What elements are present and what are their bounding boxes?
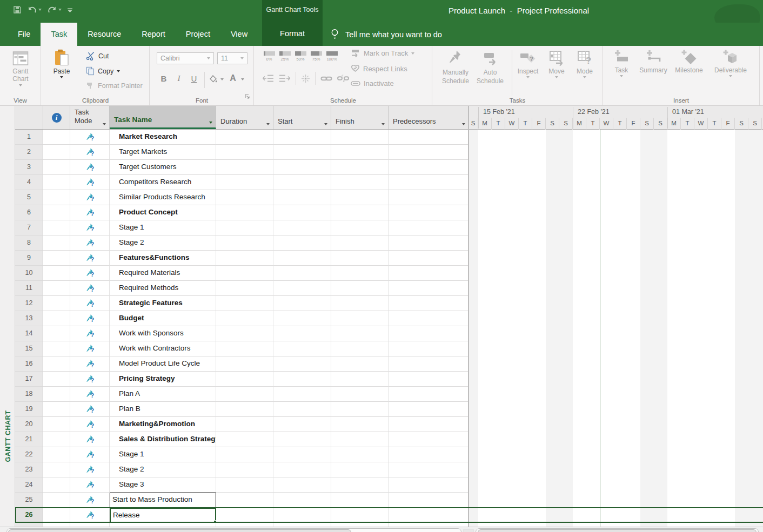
finish-cell[interactable] [331, 145, 389, 160]
start-cell[interactable] [273, 130, 331, 145]
insert-task-button[interactable]: Task [608, 49, 634, 77]
task-name-cell[interactable]: Product Concept [110, 205, 216, 220]
start-cell[interactable] [273, 296, 331, 311]
row-info-cell[interactable] [43, 432, 70, 447]
row-info-cell[interactable] [43, 175, 70, 190]
bold-button[interactable]: B [158, 74, 170, 83]
finish-cell[interactable] [331, 175, 389, 190]
respect-links-button[interactable]: Respect Links [351, 64, 407, 73]
row-number[interactable]: 17 [15, 372, 43, 387]
row-info-cell[interactable] [43, 372, 70, 387]
task-mode-cell[interactable]: ? [70, 341, 110, 356]
row-info-cell[interactable] [43, 251, 70, 266]
start-cell[interactable] [273, 372, 331, 387]
header-duration[interactable]: Duration [216, 106, 273, 129]
finish-cell[interactable] [331, 462, 389, 477]
duration-cell[interactable] [216, 190, 273, 205]
task-mode-cell[interactable]: ? [70, 462, 110, 477]
start-cell[interactable] [273, 205, 331, 220]
predecessors-cell[interactable] [389, 251, 468, 266]
task-name-cell[interactable]: Competitors Research [110, 175, 216, 190]
predecessors-cell[interactable] [389, 160, 468, 175]
predecessors-filter-icon[interactable] [462, 123, 465, 125]
task-mode-cell[interactable]: ? [70, 387, 110, 402]
mark-on-track-button[interactable]: Mark on Track [351, 49, 414, 57]
start-cell[interactable] [273, 251, 331, 266]
pane-split-handle[interactable] [464, 529, 473, 532]
task-name-cell[interactable]: Stage 1 [110, 447, 216, 462]
paste-button[interactable]: Paste [49, 49, 74, 78]
predecessors-cell[interactable] [389, 493, 468, 508]
task-mode-cell[interactable]: ? [70, 160, 110, 175]
predecessors-cell[interactable] [389, 523, 468, 527]
task-name-cell[interactable]: Start to Mass Production [110, 493, 216, 508]
row-number[interactable]: 8 [15, 235, 43, 251]
finish-cell[interactable] [331, 205, 389, 220]
background-color-dropdown[interactable] [220, 78, 224, 80]
row-number[interactable]: 22 [15, 447, 43, 462]
row-info-cell[interactable] [43, 462, 70, 477]
row-number[interactable]: 18 [15, 387, 43, 402]
header-info[interactable]: i [43, 106, 70, 129]
percent-0-button[interactable]: 0% [262, 51, 276, 62]
task-name-cell[interactable]: Target Markets [110, 145, 216, 160]
row-info-cell[interactable] [43, 266, 70, 281]
task-mode-cell[interactable]: ? [70, 508, 110, 523]
task-name-cell[interactable]: Stage 2 [110, 462, 216, 477]
task-name-cell[interactable]: Work with Contractors [110, 341, 216, 356]
row-number[interactable]: 20 [15, 417, 43, 432]
predecessors-cell[interactable] [389, 190, 468, 205]
save-icon[interactable] [13, 5, 22, 14]
task-mode-filter-icon[interactable] [103, 123, 106, 125]
task-mode-cell[interactable]: ? [70, 175, 110, 190]
redo-icon[interactable] [47, 5, 62, 14]
duration-cell[interactable] [216, 220, 273, 235]
duration-cell[interactable] [216, 523, 273, 527]
finish-cell[interactable] [331, 493, 389, 508]
row-info-cell[interactable] [43, 281, 70, 296]
finish-filter-icon[interactable] [382, 123, 385, 125]
duration-cell[interactable] [216, 160, 273, 175]
row-info-cell[interactable] [43, 130, 70, 145]
predecessors-cell[interactable] [389, 205, 468, 220]
task-name-cell[interactable]: Plan A [110, 387, 216, 402]
finish-cell[interactable] [331, 508, 389, 523]
start-cell[interactable] [273, 145, 331, 160]
task-mode-cell[interactable]: ? [70, 477, 110, 493]
split-task-icon[interactable] [301, 74, 310, 83]
duration-cell[interactable] [216, 508, 273, 523]
task-mode-cell[interactable]: ? [70, 417, 110, 432]
task-name-cell[interactable]: Marketing&Promotion [110, 417, 216, 432]
row-info-cell[interactable] [43, 160, 70, 175]
row-number[interactable]: 1 [15, 130, 43, 145]
predecessors-cell[interactable] [389, 311, 468, 326]
task-name-cell[interactable]: Pricing Strategy [110, 372, 216, 387]
row-info-cell[interactable] [43, 296, 70, 311]
row-info-cell[interactable] [43, 477, 70, 493]
duration-cell[interactable] [216, 493, 273, 508]
row-info-cell[interactable] [43, 402, 70, 417]
row-number[interactable]: 13 [15, 311, 43, 326]
duration-cell[interactable] [216, 235, 273, 251]
finish-cell[interactable] [331, 235, 389, 251]
inactivate-button[interactable]: Inactivate [351, 79, 394, 87]
start-cell[interactable] [273, 341, 331, 356]
task-name-cell[interactable]: Similar Products Research [110, 190, 216, 205]
insert-milestone-button[interactable]: Milestone [671, 49, 707, 74]
row-number[interactable]: 25 [15, 493, 43, 508]
task-mode-cell[interactable]: ? [70, 251, 110, 266]
start-cell[interactable] [273, 175, 331, 190]
row-info-cell[interactable] [43, 447, 70, 462]
duration-cell[interactable] [216, 462, 273, 477]
start-cell[interactable] [273, 190, 331, 205]
start-cell[interactable] [273, 160, 331, 175]
start-cell[interactable] [273, 447, 331, 462]
format-painter-button[interactable]: Format Painter [86, 82, 143, 90]
start-cell[interactable] [273, 356, 331, 372]
start-cell[interactable] [273, 326, 331, 341]
tell-me-box[interactable]: Tell me what you want to do [331, 23, 442, 46]
font-color-dropdown[interactable] [241, 78, 244, 80]
task-name-cell[interactable]: Features&Functions [110, 251, 216, 266]
row-number[interactable]: 5 [15, 190, 43, 205]
tab-project[interactable]: Project [176, 23, 220, 46]
